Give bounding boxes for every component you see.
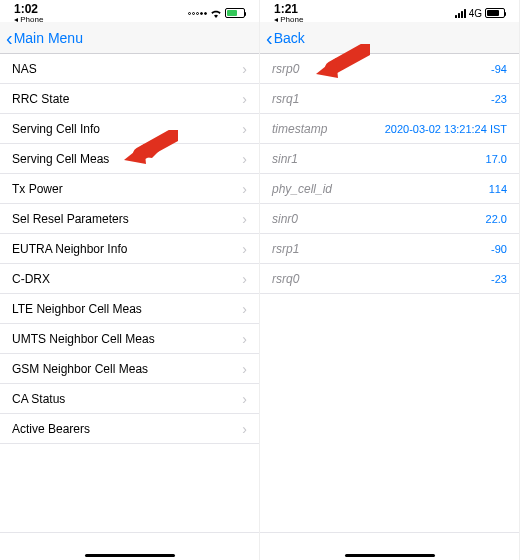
chevron-right-icon: ›	[242, 121, 247, 137]
list-item[interactable]: timestamp2020-03-02 13:21:24 IST	[260, 114, 519, 144]
chevron-left-icon: ‹	[266, 28, 273, 48]
status-bar: 1:02 ◂ Phone	[0, 4, 259, 22]
cell-signal-icon	[455, 9, 466, 18]
status-breadcrumb[interactable]: ◂ Phone	[274, 15, 303, 24]
row-label: sinr1	[272, 152, 298, 166]
list-item[interactable]: Active Bearers›	[0, 414, 259, 444]
chevron-right-icon: ›	[242, 301, 247, 317]
list-item[interactable]: LTE Neighbor Cell Meas›	[0, 294, 259, 324]
row-label: sinr0	[272, 212, 298, 226]
menu-list: NAS› RRC State› Serving Cell Info› Servi…	[0, 54, 259, 444]
back-button[interactable]: ‹ Back	[266, 28, 305, 48]
row-label: UMTS Neighbor Cell Meas	[12, 332, 155, 346]
detail-list: rsrp0-94 rsrq1-23 timestamp2020-03-02 13…	[260, 54, 519, 294]
back-button[interactable]: ‹ Main Menu	[6, 28, 83, 48]
row-value: -23	[491, 273, 507, 285]
row-label: Tx Power	[12, 182, 63, 196]
row-label: Active Bearers	[12, 422, 90, 436]
list-item[interactable]: CA Status›	[0, 384, 259, 414]
home-indicator[interactable]	[85, 554, 175, 558]
row-value: -23	[491, 93, 507, 105]
chevron-right-icon: ›	[242, 91, 247, 107]
row-label: rsrp0	[272, 62, 299, 76]
row-label: Sel Resel Parameters	[12, 212, 129, 226]
chevron-left-icon: ‹	[6, 28, 13, 48]
row-value: 22.0	[486, 213, 507, 225]
nav-bar: ‹ Main Menu	[0, 22, 259, 54]
list-item[interactable]: sinr117.0	[260, 144, 519, 174]
chevron-right-icon: ›	[242, 241, 247, 257]
list-item[interactable]: NAS›	[0, 54, 259, 84]
back-label: Back	[274, 30, 305, 46]
phone-left: 1:02 ◂ Phone ‹ Main Menu NAS› RRC State›…	[0, 0, 260, 560]
row-label: GSM Neighbor Cell Meas	[12, 362, 148, 376]
row-value: -90	[491, 243, 507, 255]
list-item[interactable]: rsrp1-90	[260, 234, 519, 264]
chevron-right-icon: ›	[242, 61, 247, 77]
list-item[interactable]: Serving Cell Meas›	[0, 144, 259, 174]
wifi-icon	[210, 9, 222, 18]
back-label: Main Menu	[14, 30, 83, 46]
chevron-right-icon: ›	[242, 331, 247, 347]
list-item[interactable]: phy_cell_id114	[260, 174, 519, 204]
status-right	[188, 8, 245, 18]
chevron-right-icon: ›	[242, 181, 247, 197]
chevron-right-icon: ›	[242, 211, 247, 227]
home-indicator[interactable]	[345, 554, 435, 558]
list-item[interactable]: Serving Cell Info›	[0, 114, 259, 144]
status-time: 1:02	[14, 2, 38, 16]
row-label: NAS	[12, 62, 37, 76]
row-label: LTE Neighbor Cell Meas	[12, 302, 142, 316]
battery-icon	[485, 8, 505, 18]
row-label: timestamp	[272, 122, 327, 136]
row-label: phy_cell_id	[272, 182, 332, 196]
row-label: rsrp1	[272, 242, 299, 256]
chevron-right-icon: ›	[242, 391, 247, 407]
list-item[interactable]: EUTRA Neighbor Info›	[0, 234, 259, 264]
row-label: rsrq1	[272, 92, 299, 106]
row-label: EUTRA Neighbor Info	[12, 242, 127, 256]
list-item[interactable]: Tx Power›	[0, 174, 259, 204]
chevron-right-icon: ›	[242, 271, 247, 287]
status-bar: 1:21 ◂ Phone 4G	[260, 4, 519, 22]
list-item[interactable]: GSM Neighbor Cell Meas›	[0, 354, 259, 384]
separator	[260, 532, 519, 533]
list-item[interactable]: rsrp0-94	[260, 54, 519, 84]
row-value: 17.0	[486, 153, 507, 165]
phone-right: 1:21 ◂ Phone 4G ‹ Back rsrp0-94 rsrq1-23…	[260, 0, 520, 560]
row-label: Serving Cell Meas	[12, 152, 109, 166]
row-label: C-DRX	[12, 272, 50, 286]
row-value: 2020-03-02 13:21:24 IST	[385, 123, 507, 135]
cell-signal-icon	[188, 12, 207, 15]
row-value: 114	[489, 183, 507, 195]
status-breadcrumb[interactable]: ◂ Phone	[14, 15, 43, 24]
list-item[interactable]: rsrq1-23	[260, 84, 519, 114]
list-item[interactable]: UMTS Neighbor Cell Meas›	[0, 324, 259, 354]
battery-icon	[225, 8, 245, 18]
list-item[interactable]: rsrq0-23	[260, 264, 519, 294]
list-item[interactable]: C-DRX›	[0, 264, 259, 294]
chevron-right-icon: ›	[242, 361, 247, 377]
status-time: 1:21	[274, 2, 298, 16]
row-label: Serving Cell Info	[12, 122, 100, 136]
row-label: RRC State	[12, 92, 69, 106]
status-right: 4G	[455, 8, 505, 19]
list-item[interactable]: RRC State›	[0, 84, 259, 114]
separator	[0, 532, 259, 533]
list-item[interactable]: sinr022.0	[260, 204, 519, 234]
row-value: -94	[491, 63, 507, 75]
list-item[interactable]: Sel Resel Parameters›	[0, 204, 259, 234]
chevron-right-icon: ›	[242, 151, 247, 167]
chevron-right-icon: ›	[242, 421, 247, 437]
nav-bar: ‹ Back	[260, 22, 519, 54]
row-label: rsrq0	[272, 272, 299, 286]
row-label: CA Status	[12, 392, 65, 406]
network-label: 4G	[469, 8, 482, 19]
